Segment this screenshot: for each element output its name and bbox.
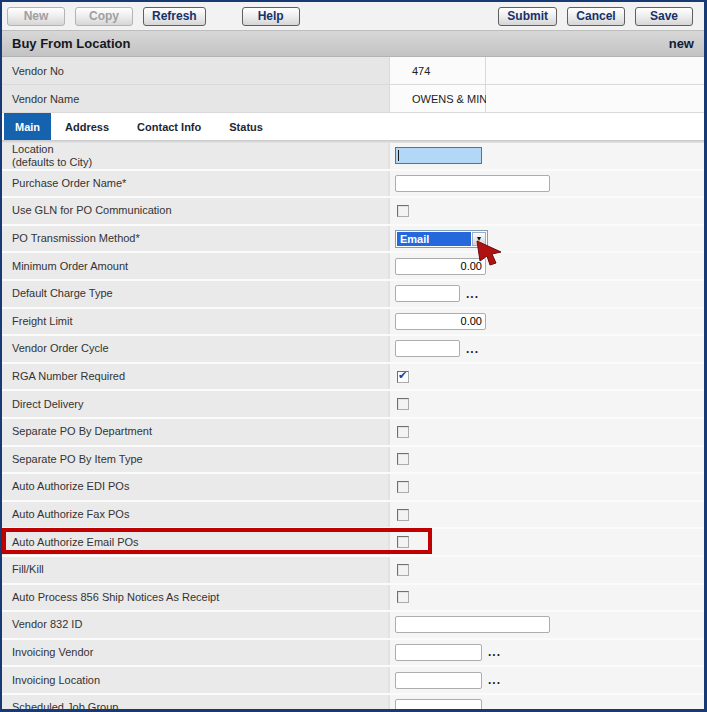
vendor-order-cycle-input[interactable]	[395, 340, 460, 357]
main-form: Location(defaults to City)Purchase Order…	[2, 143, 704, 712]
field-label-text: Invoicing Location	[12, 674, 388, 687]
dropdown-arrow-icon[interactable]: ▼	[472, 232, 486, 246]
help-button[interactable]: Help	[242, 7, 300, 26]
rga-number-required-checkbox[interactable]: ✔	[397, 371, 409, 383]
vendor-no-label: Vendor No	[2, 57, 390, 84]
direct-delivery-label: Direct Delivery	[2, 391, 390, 417]
location-input[interactable]	[395, 147, 482, 164]
field-label-text: Direct Delivery	[12, 398, 388, 411]
scheduled-job-group-input[interactable]	[395, 699, 482, 712]
form-row: Auto Authorize Email POs	[2, 529, 704, 557]
scheduled-job-group-value-cell: ...	[390, 695, 704, 712]
separate-po-by-item-type-checkbox[interactable]	[397, 453, 409, 465]
toolbar-left-group: NewCopyRefreshHelp	[7, 7, 310, 26]
cancel-button[interactable]: Cancel	[567, 7, 625, 26]
form-row: RGA Number Required✔	[2, 364, 704, 392]
po-transmission-method-label: PO Transmission Method*	[2, 226, 390, 252]
invoicing-location-label: Invoicing Location	[2, 667, 390, 693]
scheduled-job-group-lookup-button[interactable]: ...	[488, 703, 501, 712]
scheduled-job-group-label: Scheduled Job Group	[2, 695, 390, 712]
copy-button[interactable]: Copy	[75, 7, 133, 26]
po-transmission-method-select[interactable]: Email▼	[395, 230, 488, 248]
use-gln-for-po-communication-value-cell	[390, 198, 704, 224]
invoicing-vendor-value-cell: ...	[390, 640, 704, 666]
save-button[interactable]: Save	[635, 7, 693, 26]
vendor-row-spacer	[486, 57, 704, 84]
auto-authorize-fax-pos-checkbox[interactable]	[397, 509, 409, 521]
default-charge-type-lookup-button[interactable]: ...	[466, 289, 479, 299]
submit-button[interactable]: Submit	[498, 7, 557, 26]
form-row: Invoicing Location...	[2, 667, 704, 695]
field-label-text: Auto Authorize Fax POs	[12, 508, 388, 521]
invoicing-location-value-cell: ...	[390, 667, 704, 693]
freight-limit-input[interactable]	[395, 313, 486, 330]
vendor-name-label: Vendor Name	[2, 85, 390, 112]
tab-status[interactable]: Status	[215, 113, 277, 140]
field-label-text: Auto Authorize Email POs	[12, 536, 388, 549]
form-row: Separate PO By Item Type	[2, 447, 704, 475]
vendor-no-value: 474	[390, 57, 486, 84]
field-label-text: Separate PO By Item Type	[12, 453, 388, 466]
use-gln-for-po-communication-checkbox[interactable]	[397, 205, 409, 217]
record-mode-badge: new	[669, 36, 704, 51]
minimum-order-amount-value-cell	[390, 253, 704, 279]
field-label-text: Fill/Kill	[12, 563, 388, 576]
tab-address[interactable]: Address	[51, 113, 123, 140]
tab-bar: MainAddressContact InfoStatus	[2, 113, 704, 140]
separate-po-by-department-value-cell	[390, 419, 704, 445]
auto-process-856-ship-notices-as-receipt-checkbox[interactable]	[397, 591, 409, 603]
field-label-text: Auto Authorize EDI POs	[12, 480, 388, 493]
field-label-text: Location	[12, 143, 388, 156]
vendor-row: Vendor No474	[2, 57, 704, 85]
field-label-text: RGA Number Required	[12, 370, 388, 383]
auto-process-856-ship-notices-as-receipt-label: Auto Process 856 Ship Notices As Receipt	[2, 585, 390, 611]
form-row: Scheduled Job Group...	[2, 695, 704, 712]
vendor-row-spacer	[486, 85, 704, 112]
vendor-name-value: OWENS & MINOR INC	[390, 85, 486, 112]
form-row: Fill/Kill	[2, 557, 704, 585]
tab-contact-info[interactable]: Contact Info	[123, 113, 215, 140]
invoicing-vendor-lookup-button[interactable]: ...	[488, 647, 501, 657]
po-transmission-method-selected-option: Email	[397, 232, 471, 246]
fill-kill-checkbox[interactable]	[397, 564, 409, 576]
field-label-text: Vendor 832 ID	[12, 618, 388, 631]
form-row: Default Charge Type...	[2, 281, 704, 309]
page-title: Buy From Location	[2, 36, 130, 51]
field-label-text: Purchase Order Name*	[12, 177, 388, 190]
purchase-order-name-label: Purchase Order Name*	[2, 171, 390, 197]
buy-from-location-window: NewCopyRefreshHelp SubmitCancelSave Buy …	[0, 0, 707, 712]
direct-delivery-value-cell	[390, 391, 704, 417]
purchase-order-name-value-cell	[390, 171, 704, 197]
field-label-text: Auto Process 856 Ship Notices As Receipt	[12, 591, 388, 604]
minimum-order-amount-input[interactable]	[395, 258, 486, 275]
tab-main[interactable]: Main	[4, 113, 51, 140]
field-label-text: Use GLN for PO Communication	[12, 204, 388, 217]
fill-kill-label: Fill/Kill	[2, 557, 390, 583]
checkmark-icon: ✔	[398, 369, 407, 381]
vendor-order-cycle-lookup-button[interactable]: ...	[466, 344, 479, 354]
new-button[interactable]: New	[7, 7, 65, 26]
field-label-text: Vendor Order Cycle	[12, 342, 388, 355]
default-charge-type-value-cell: ...	[390, 281, 704, 307]
default-charge-type-input[interactable]	[395, 285, 460, 302]
form-row: Auto Authorize Fax POs	[2, 502, 704, 530]
form-row: Invoicing Vendor...	[2, 640, 704, 668]
fill-kill-value-cell	[390, 557, 704, 583]
invoicing-location-input[interactable]	[395, 672, 482, 689]
vendor-832-id-input[interactable]	[395, 616, 550, 633]
field-sublabel-text: (defaults to City)	[12, 156, 388, 169]
auto-authorize-edi-pos-checkbox[interactable]	[397, 481, 409, 493]
purchase-order-name-input[interactable]	[395, 175, 550, 192]
invoicing-location-lookup-button[interactable]: ...	[488, 675, 501, 685]
separate-po-by-department-label: Separate PO By Department	[2, 419, 390, 445]
form-row: Separate PO By Department	[2, 419, 704, 447]
field-label-text: Freight Limit	[12, 315, 388, 328]
field-label-text: Scheduled Job Group	[12, 701, 388, 712]
direct-delivery-checkbox[interactable]	[397, 398, 409, 410]
use-gln-for-po-communication-label: Use GLN for PO Communication	[2, 198, 390, 224]
separate-po-by-department-checkbox[interactable]	[397, 426, 409, 438]
invoicing-vendor-input[interactable]	[395, 644, 482, 661]
field-label-text: Minimum Order Amount	[12, 260, 388, 273]
refresh-button[interactable]: Refresh	[143, 7, 206, 26]
auto-authorize-email-pos-checkbox[interactable]	[397, 536, 409, 548]
